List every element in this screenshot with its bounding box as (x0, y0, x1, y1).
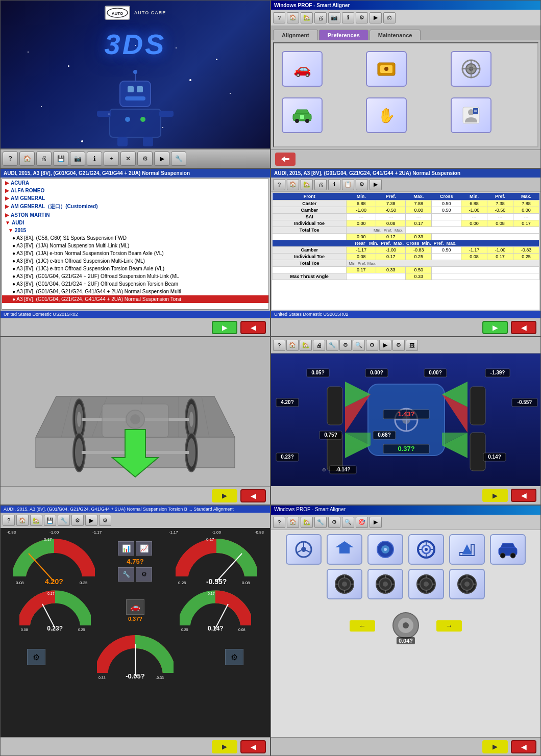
live-back-btn[interactable]: ◀ (511, 489, 536, 502)
pref-icon-settings[interactable] (366, 51, 407, 87)
list-item-a3-8x[interactable]: ● A3 [8X], (G58, G60) S1 Sports Suspensi… (2, 234, 268, 242)
p2-home[interactable]: 🏠 (287, 12, 299, 23)
la-help[interactable]: ? (273, 340, 285, 351)
g-icon-wheel2[interactable]: ⚙ (225, 649, 243, 665)
at-home[interactable]: 🏠 (287, 179, 299, 190)
g-settings[interactable]: ⚙ (99, 515, 111, 526)
pref-icon-profile[interactable] (451, 97, 491, 133)
tool-tire4[interactable] (449, 569, 485, 599)
print-btn[interactable]: 🖨 (36, 152, 52, 166)
mid-icon1[interactable]: 📊 (118, 541, 134, 556)
mid-car-icon[interactable]: 🚗 (126, 599, 144, 615)
la-home[interactable]: 🏠 (286, 340, 299, 351)
home-btn[interactable]: 🏠 (19, 152, 35, 166)
vlist-back-btn[interactable]: ◀ (240, 321, 266, 334)
g-wrench[interactable]: 🔧 (58, 515, 70, 526)
mid-icon4[interactable]: ⚙ (136, 567, 152, 582)
arrow-btn[interactable]: ▶ (154, 152, 169, 166)
yellow-arrow-right[interactable]: → (436, 620, 462, 632)
at-house[interactable]: 🏡 (301, 179, 313, 190)
t-help[interactable]: ? (273, 517, 285, 528)
info-btn[interactable]: ℹ (87, 152, 102, 166)
vlist-go-btn[interactable]: ▶ (212, 321, 237, 334)
la-gear[interactable]: ⚙ (366, 340, 378, 351)
config-btn[interactable]: 🔧 (171, 152, 186, 166)
la-zoom[interactable]: 🔍 (353, 340, 365, 351)
la-spanner[interactable]: ⚙ (339, 340, 352, 351)
t-zoom[interactable]: 🔍 (342, 517, 354, 528)
p2-help[interactable]: ? (273, 12, 285, 23)
save-btn[interactable]: 💾 (53, 152, 68, 166)
list-item-a3-g01-tb[interactable]: ● A3 [8V], (G01/G04, G21/G24 + 2UF) Offr… (2, 280, 268, 288)
tool-arrow[interactable] (327, 534, 362, 565)
t-home[interactable]: 🏠 (287, 517, 299, 528)
pref-icon-wheel[interactable] (451, 51, 491, 87)
at-arrow[interactable]: ▶ (370, 179, 382, 190)
la-arrow[interactable]: ▶ (379, 340, 391, 351)
tools-yellow-btn[interactable]: ▶ (482, 740, 508, 753)
list-item-a3-8v-1jc-ml[interactable]: ● A3 [8V], (1JC) e-tron Offroad Suspensi… (2, 257, 268, 265)
g-gear[interactable]: ⚙ (71, 515, 84, 526)
wheel3d-back-btn[interactable]: ◀ (240, 489, 266, 502)
mid-icon2[interactable]: 📈 (136, 541, 152, 556)
g-house[interactable]: 🏡 (30, 515, 42, 526)
tool-tire1[interactable] (327, 569, 362, 599)
pref-icon-car[interactable]: 🚗 (282, 51, 323, 87)
la-print[interactable]: 🖨 (313, 340, 325, 351)
p2-info[interactable]: ℹ (342, 12, 354, 23)
list-item-a3-g01-ml[interactable]: ● A3 [8V], (G01/G04, G21/G24 + 2UF) Offr… (2, 272, 268, 280)
mid-icon3[interactable]: 🔧 (118, 567, 134, 582)
g-arrow[interactable]: ▶ (85, 515, 97, 526)
g-icon-wheel1[interactable]: ⚙ (27, 649, 45, 665)
list-item-a3-8v-1jc-vl[interactable]: ● A3 [8V], (1JC) e-tron Offroad Suspensi… (2, 265, 268, 272)
settings-btn[interactable]: ⚙ (137, 152, 153, 166)
la-config[interactable]: 🖼 (406, 340, 418, 351)
at-gear[interactable]: ⚙ (356, 179, 368, 190)
t-wrench[interactable]: 🔧 (314, 517, 327, 528)
live-yellow-btn[interactable]: ▶ (482, 489, 508, 502)
align-back-btn[interactable]: ◀ (511, 321, 536, 334)
camera-btn[interactable]: 📷 (70, 152, 85, 166)
align-go-btn[interactable]: ▶ (482, 321, 508, 334)
list-item-amgen[interactable]: ▶AM GENERAL (2, 194, 268, 202)
list-item-2015[interactable]: ▼2015 (2, 226, 268, 234)
tab-preferences[interactable]: Preferences (319, 30, 368, 40)
list-item-a3-selected[interactable]: ● A3 [8V], (G01/G04, G21/G24, G41/G44 + … (2, 295, 268, 303)
at-print[interactable]: 🖨 (314, 179, 327, 190)
tools-back-btn[interactable]: ◀ (511, 740, 536, 753)
p2-arrow[interactable]: ▶ (370, 12, 382, 23)
vlist-body[interactable]: ▶ACURA ▶ALFA ROMEO ▶AM GENERAL ▶AM GENER… (2, 179, 269, 310)
p2-gear[interactable]: ⚙ (356, 12, 368, 23)
p2-scale[interactable]: ⚖ (383, 12, 396, 23)
at-help[interactable]: ? (273, 179, 285, 190)
t-gear[interactable]: ⚙ (328, 517, 340, 528)
list-item-alfa[interactable]: ▶ALFA ROMEO (2, 187, 268, 194)
list-item-a3-8v-1ja[interactable]: ● A3 [8V], (1JA) Normal Suspension Multi… (2, 242, 268, 249)
tool-tire3[interactable] (408, 569, 444, 599)
pref-icon-service[interactable] (282, 97, 323, 133)
tool-rim[interactable] (408, 534, 444, 565)
gauges-back-btn[interactable]: ◀ (240, 740, 266, 753)
tool-tire2[interactable] (367, 569, 403, 599)
la-wrench[interactable]: 🔧 (326, 340, 338, 351)
la-settings2[interactable]: ⚙ (392, 340, 405, 351)
gauges-yellow-btn[interactable]: ▶ (212, 740, 237, 753)
tool-wheel-blue[interactable] (367, 534, 403, 565)
p2-print[interactable]: 🖨 (314, 12, 327, 23)
tab-alignment[interactable]: Alignment (273, 30, 318, 40)
wheel3d-yellow-btn[interactable]: ▶ (212, 489, 237, 502)
tool-align-car[interactable] (490, 534, 526, 565)
p2-house[interactable]: 🏡 (301, 12, 313, 23)
t-house[interactable]: 🏡 (301, 517, 313, 528)
yellow-arrow-left[interactable]: ← (350, 620, 375, 632)
pref-icon-hand[interactable]: ✋ (366, 97, 407, 133)
list-item-aston[interactable]: ▶ASTON MARTIN (2, 211, 268, 219)
g-help[interactable]: ? (3, 515, 15, 526)
at-table[interactable]: 📋 (342, 179, 354, 190)
list-item-a3-8v-1ja-etron[interactable]: ● A3 [8V], (1JA) e-tron Normal Suspensio… (2, 249, 268, 257)
prefs-red-btn[interactable] (275, 153, 296, 166)
g-home[interactable]: 🏠 (16, 515, 29, 526)
t-target[interactable]: 🎯 (356, 517, 368, 528)
tool-steering[interactable] (286, 534, 322, 565)
tool-angle[interactable] (449, 534, 485, 565)
